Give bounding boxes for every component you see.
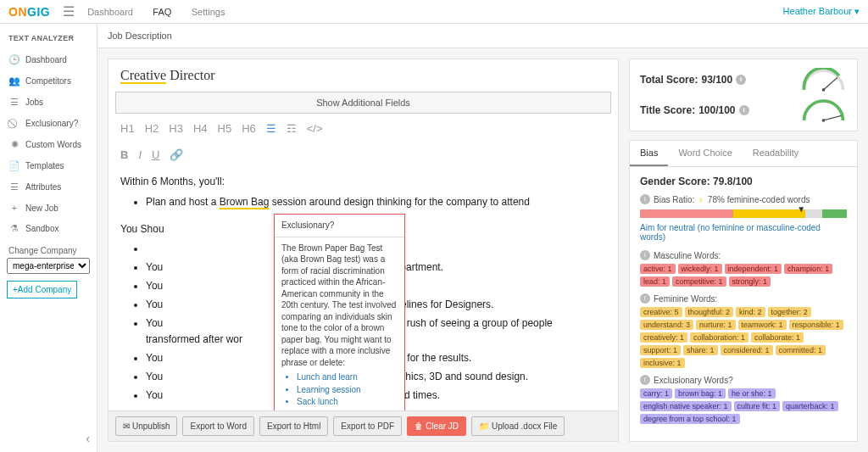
word-tag[interactable]: competitive: 1 [672,276,726,287]
sidebar-item-competitors[interactable]: 👥Competitors [0,70,97,92]
trash-icon: 🗑 [415,421,423,431]
collapse-sidebar-icon[interactable]: ‹ [86,432,90,445]
bias-hint-link[interactable]: Aim for neutral (no feminine or masculin… [640,223,847,242]
bold-icon[interactable]: B [120,148,128,161]
hamburger-icon[interactable]: ☰ [63,3,75,20]
sidebar-item-attributes[interactable]: ☰Attributes [0,176,97,198]
suggestion-item[interactable]: Learning [297,409,398,411]
tab-bias[interactable]: Bias [630,141,668,166]
nav-dashboard[interactable]: Dashboard [87,7,133,17]
h2-button[interactable]: H2 [145,122,159,135]
breadcrumb: Job Description [97,24,868,48]
h5-button[interactable]: H5 [218,122,232,135]
word-tag[interactable]: strongly: 1 [729,276,771,287]
word-tag[interactable]: inclusive: 1 [640,358,685,368]
word-tag[interactable]: committed: 1 [776,345,826,355]
tab-readability[interactable]: Readability [743,141,809,166]
tab-word-choice[interactable]: Word Choice [668,141,742,166]
svg-line-3 [824,115,842,120]
word-tag[interactable]: active: 1 [640,264,676,274]
word-tag[interactable]: creative: 5 [640,307,682,317]
show-additional-fields-button[interactable]: Show Additional Fields [115,92,611,114]
sidebar-item-custom-words[interactable]: ✺Custom Words [0,134,97,155]
code-icon[interactable]: </> [307,122,323,135]
title-score-gauge [800,98,847,122]
nav-settings[interactable]: Settings [192,7,225,17]
sidebar-item-dashboard[interactable]: 🕒Dashboard [0,49,97,70]
exclusionary-popup: Exclusionary? The Brown Paper Bag Test (… [274,214,405,410]
word-tag[interactable]: share: 1 [683,345,718,355]
word-tag[interactable]: lead: 1 [640,276,670,287]
word-tag[interactable]: teamwork: 1 [738,320,787,330]
word-tag[interactable]: english native speaker: 1 [640,401,732,411]
word-tag[interactable]: wickedly: 1 [678,264,722,274]
word-tag[interactable]: independent: 1 [725,264,782,274]
template-icon: 📄 [8,160,20,171]
jd-title[interactable]: Creative Director [120,68,215,84]
h6-button[interactable]: H6 [242,122,256,135]
sidebar-item-jobs[interactable]: ☰Jobs [0,92,97,113]
word-tag[interactable]: culture fit: 1 [734,401,781,411]
word-tag[interactable]: responsible: 1 [789,320,843,330]
export-pdf-button[interactable]: Export to PDF [333,416,402,436]
word-tag[interactable]: creatively: 1 [640,332,687,343]
company-select[interactable]: mega-enterprises [7,258,90,274]
word-tag[interactable]: nurture: 1 [696,320,736,330]
mail-icon: ✉ [123,421,130,431]
word-tag[interactable]: carry: 1 [640,388,672,399]
sidebar-item-templates[interactable]: 📄Templates [0,155,97,176]
sidebar-item-sandbox[interactable]: ⚗Sandbox [0,218,97,239]
info-icon[interactable]: i [640,250,650,260]
word-tag[interactable]: thoughtful: 2 [685,307,734,317]
word-tag[interactable]: understand: 3 [640,320,693,330]
word-tag[interactable]: quarterback: 1 [782,401,838,411]
export-html-button[interactable]: Export to Html [259,416,328,436]
gender-score: Gender Score: 79.8/100 [640,176,847,187]
clear-jd-button[interactable]: 🗑Clear JD [407,416,466,436]
word-tag[interactable]: considered: 1 [721,345,773,355]
word-tag[interactable]: kind: 2 [736,307,765,317]
block-icon: ⃠ [8,118,20,129]
word-tag[interactable]: collaboration: 1 [690,332,748,343]
h3-button[interactable]: H3 [169,122,183,135]
word-tag[interactable]: together: 2 [768,307,811,317]
export-word-button[interactable]: Export to Word [182,416,254,436]
underline-icon[interactable]: U [152,148,159,161]
wand-icon: ✺ [8,139,20,150]
user-menu[interactable]: Heather Barbour ▾ [783,6,860,17]
upload-docx-button[interactable]: 📁Upload .docx File [471,416,565,436]
list-item[interactable]: Plan and host a Brown Bag session around… [146,194,606,211]
unpublish-button[interactable]: ✉Unpublish [115,416,177,436]
ol-icon[interactable]: ☶ [287,122,297,135]
plus-icon: + [8,203,20,213]
word-tag[interactable]: brown bag: 1 [675,388,726,399]
italic-icon[interactable]: I [138,148,142,161]
nav-faq[interactable]: FAQ [153,7,171,17]
flask-icon: ⚗ [8,223,20,234]
info-icon[interactable]: i [640,194,650,204]
svg-line-1 [824,77,838,90]
editor-body[interactable]: Within 6 Months, you'll: Plan and host a… [108,167,618,410]
tree-icon: ☰ [8,181,20,193]
h1-button[interactable]: H1 [120,122,135,135]
sidebar-item-exclusionary[interactable]: ⃠Exclusionary? [0,113,97,134]
word-tag[interactable]: collaborate: 1 [751,332,804,343]
h4-button[interactable]: H4 [193,122,208,135]
word-tag[interactable]: degree from a top school: 1 [640,414,740,424]
word-tag[interactable]: he or she: 1 [728,388,776,399]
link-icon[interactable]: 🔗 [170,148,183,161]
suggestion-item[interactable]: Sack lunch [297,396,398,408]
popup-body: The Brown Paper Bag Test (aka Brown Bag … [281,243,398,369]
word-tag[interactable]: champion: 1 [784,264,832,274]
suggestion-item[interactable]: Lunch and learn [297,371,398,383]
info-icon[interactable]: i [640,293,650,304]
suggestion-item[interactable]: Learning session [297,384,398,396]
flagged-phrase[interactable]: Brown Bag [220,196,270,209]
info-icon[interactable]: i [640,375,650,385]
info-icon[interactable]: i [739,105,749,115]
word-tag[interactable]: support: 1 [640,345,681,355]
info-icon[interactable]: i [736,75,746,85]
ul-icon[interactable]: ☰ [266,122,276,135]
sidebar-item-new-job[interactable]: +New Job [0,198,97,218]
add-company-button[interactable]: +Add Company [7,281,77,299]
